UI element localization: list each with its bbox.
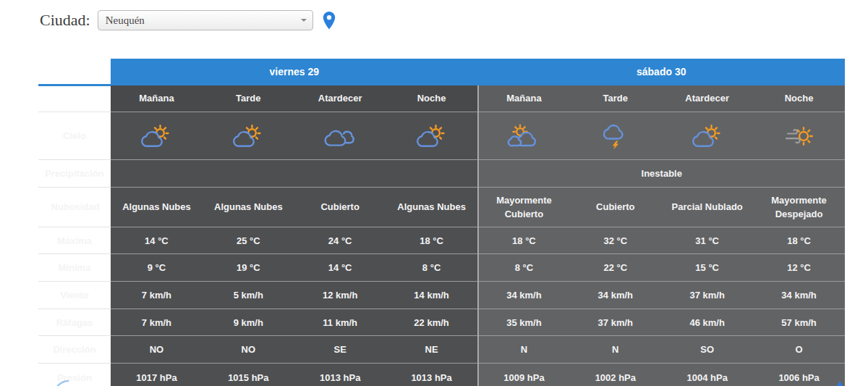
weather-thunderstorm-icon — [599, 122, 632, 150]
table-cell: 7 km/h — [111, 282, 203, 309]
table-cell: N — [569, 336, 661, 364]
weather-windy-sun-icon — [783, 124, 816, 148]
location-pin-icon[interactable] — [323, 11, 336, 30]
table-cell: Parcial Nublado — [661, 188, 753, 227]
row-label-maxima: Máxima — [38, 227, 111, 254]
max-temp-row: Máxima 14 °C 25 °C 24 °C 18 °C 18 °C 32 … — [38, 227, 845, 254]
table-cell: 1006 hPa — [753, 364, 845, 386]
table-cell: Mayormente Cubierto — [478, 188, 570, 227]
table-cell: Algunas Nubes — [111, 188, 203, 227]
table-cell: 8 °C — [478, 254, 570, 282]
weather-forecast-page: Ciudad: Neuquén viernes 29 sábado 30 Mañ… — [0, 0, 868, 386]
table-cell: Algunas Nubes — [203, 188, 294, 227]
period-manana-2: Mañana — [478, 85, 570, 112]
table-cell: 25 °C — [203, 227, 294, 254]
row-label-minima: Mínima — [38, 254, 111, 282]
period-header-blank — [38, 85, 111, 112]
precip-viernes — [111, 160, 478, 188]
period-noche-1: Noche — [386, 85, 478, 112]
table-cell: NE — [386, 336, 478, 364]
period-atardecer-2: Atardecer — [661, 85, 753, 112]
next-day-arrow-icon[interactable] — [833, 379, 846, 386]
table-cell: 57 km/h — [753, 309, 845, 336]
table-cell: Cubierto — [569, 188, 661, 227]
table-cell: 1002 hPa — [569, 364, 661, 386]
table-cell: 1013 hPa — [386, 364, 478, 386]
table-cell: 35 km/h — [478, 309, 570, 336]
table-cell: NO — [203, 336, 294, 364]
table-cell: SE — [294, 336, 386, 364]
day-header-row: viernes 29 sábado 30 — [38, 59, 845, 85]
gusts-row: Ráfagas 7 km/h 9 km/h 11 km/h 22 km/h 35… — [38, 309, 845, 336]
period-atardecer-1: Atardecer — [294, 85, 386, 112]
period-header-row: Mañana Tarde Atardecer Noche Mañana Tard… — [38, 85, 845, 112]
table-cell: 34 km/h — [569, 282, 661, 309]
wind-row: Viento 7 km/h 5 km/h 12 km/h 14 km/h 34 … — [38, 282, 845, 309]
table-cell: 19 °C — [203, 254, 294, 282]
weather-mostly-cloudy-icon — [507, 124, 540, 148]
table-cell: 34 km/h — [478, 282, 570, 309]
weather-partly-cloudy-icon — [231, 124, 265, 148]
table-cell: 14 °C — [111, 227, 203, 254]
table-cell: 12 °C — [753, 254, 845, 282]
table-cell: 9 km/h — [203, 309, 294, 336]
table-cell: 22 km/h — [386, 309, 478, 336]
table-cell: 14 km/h — [386, 282, 478, 309]
precipitation-row: Precipitación Inestable — [38, 160, 845, 188]
period-noche-2: Noche — [753, 85, 845, 112]
table-cell: 37 km/h — [661, 282, 753, 309]
row-label-viento: Viento — [38, 282, 111, 309]
table-cell: O — [753, 336, 845, 364]
table-cell: 15 °C — [661, 254, 753, 282]
prev-day-arrow-icon[interactable] — [54, 379, 69, 386]
sky-row: Cielo — [38, 112, 845, 160]
period-tarde-2: Tarde — [569, 85, 661, 112]
table-cell: Mayormente Despejado — [753, 188, 845, 227]
table-cell: 12 km/h — [294, 282, 386, 309]
table-cell: 46 km/h — [661, 309, 753, 336]
table-cell: 37 km/h — [569, 309, 661, 336]
table-cell: Cubierto — [294, 188, 386, 227]
day-header-viernes: viernes 29 — [111, 59, 478, 85]
city-select[interactable]: Neuquén — [98, 10, 313, 30]
weather-cloudy-icon — [323, 124, 357, 148]
row-label-precipitacion: Precipitación — [38, 160, 111, 188]
forecast-table: viernes 29 sábado 30 Mañana Tarde Atarde… — [38, 59, 845, 386]
table-cell: 5 km/h — [203, 282, 294, 309]
table-cell: Algunas Nubes — [386, 188, 478, 227]
table-cell: 18 °C — [386, 227, 478, 254]
table-cell: 22 °C — [569, 254, 661, 282]
cloudiness-row: Nubosidad Algunas Nubes Algunas Nubes Cu… — [38, 188, 845, 227]
table-cell: 34 km/h — [753, 282, 845, 309]
table-cell: 9 °C — [111, 254, 203, 282]
row-label-presion: Presión — [38, 364, 111, 386]
table-cell: 8 °C — [386, 254, 478, 282]
table-cell: NO — [111, 336, 203, 364]
table-cell: SO — [661, 336, 753, 364]
city-selector-bar: Ciudad: Neuquén — [40, 9, 336, 32]
weather-partly-cloudy-icon — [691, 124, 724, 148]
table-cell: 32 °C — [569, 227, 661, 254]
table-cell: 1004 hPa — [661, 364, 753, 386]
table-cell: 18 °C — [478, 227, 570, 254]
table-cell: 24 °C — [294, 227, 386, 254]
day-header-sabado: sábado 30 — [478, 59, 846, 85]
table-corner — [38, 59, 111, 85]
table-cell: 1013 hPa — [294, 364, 386, 386]
city-label: Ciudad: — [40, 11, 90, 30]
row-label-direccion: Dirección — [38, 336, 111, 364]
table-cell: 1009 hPa — [478, 364, 570, 386]
pressure-row: Presión 1017 hPa 1015 hPa 1013 hPa 1013 … — [38, 364, 845, 386]
row-label-cielo: Cielo — [38, 112, 111, 160]
row-label-rafagas: Ráfagas — [38, 309, 111, 336]
period-manana-1: Mañana — [111, 85, 203, 112]
table-cell: 11 km/h — [294, 309, 386, 336]
city-select-wrap: Neuquén — [98, 10, 313, 30]
row-label-nubosidad: Nubosidad — [38, 188, 111, 227]
weather-partly-cloudy-icon — [140, 124, 173, 148]
table-cell: 31 °C — [661, 227, 753, 254]
table-cell: 1015 hPa — [203, 364, 294, 386]
table-cell: 18 °C — [753, 227, 845, 254]
wind-direction-row: Dirección NO NO SE NE N N SO O — [38, 336, 845, 364]
table-cell: 7 km/h — [111, 309, 203, 336]
